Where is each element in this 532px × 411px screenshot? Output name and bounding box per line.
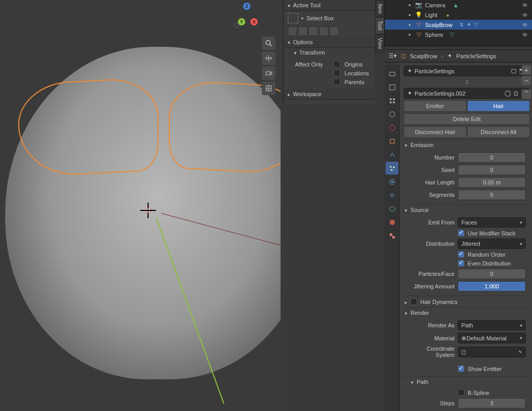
prop-tab-world[interactable] (385, 121, 398, 134)
hair-dynamics-checkbox[interactable] (410, 298, 417, 305)
prop-tab-render[interactable] (385, 67, 398, 80)
delete-edit-button[interactable]: Delete Edit (404, 113, 530, 125)
prop-tab-physics[interactable] (385, 175, 398, 188)
prop-tab-object[interactable] (385, 135, 398, 148)
particle-icon[interactable]: ✦ (467, 21, 471, 28)
side-tab-item[interactable]: Item (375, 0, 384, 17)
select-mode-icons[interactable] (284, 25, 374, 37)
random-order-label: Random Order (468, 251, 506, 258)
emitter-button[interactable]: Emitter (404, 100, 467, 112)
source-header[interactable]: Source (404, 204, 530, 215)
render-header[interactable]: Render (404, 307, 530, 318)
render-as-select[interactable]: Path▾ (458, 320, 526, 330)
coord-system-select[interactable]: ◻✎ (458, 347, 526, 357)
prop-tab-texture[interactable] (385, 229, 398, 242)
hair-dynamics-header[interactable]: Hair Dynamics (404, 296, 530, 307)
fake-user-icon[interactable]: ◯ (504, 90, 511, 97)
random-order-checkbox[interactable] (458, 251, 464, 258)
gizmo-y-axis[interactable]: Y (238, 18, 245, 25)
list-grip-icon[interactable]: ⠿ (404, 78, 530, 88)
expand-icon[interactable]: ▸ (407, 32, 413, 37)
side-tab-tool[interactable]: Tool (375, 17, 384, 34)
path-header[interactable]: Path (404, 376, 530, 387)
prop-tab-output[interactable] (385, 81, 398, 94)
coord-system-label: Coordinate System (408, 346, 455, 358)
camera-data-icon[interactable]: ▲ (452, 2, 459, 9)
emission-header[interactable]: Emission (404, 139, 530, 150)
mesh-data-icon[interactable]: ▽ (474, 21, 478, 28)
add-particle-system-button[interactable]: + (522, 65, 531, 75)
workspace-header[interactable]: Workspace (284, 89, 374, 100)
prop-tab-modifier[interactable] (385, 148, 398, 161)
bspline-checkbox[interactable] (458, 389, 464, 396)
camera-view-icon[interactable] (262, 67, 275, 80)
editor-type-icon[interactable]: ☰▾ (389, 52, 397, 59)
number-field[interactable]: 0 (458, 152, 526, 163)
gizmo-neg-axis[interactable] (234, 22, 239, 28)
perspective-toggle-icon[interactable] (262, 82, 275, 95)
modifier-icon[interactable]: ↯ (459, 21, 464, 28)
expand-icon[interactable]: ▸ (407, 3, 413, 7)
hair-length-field[interactable]: 0.05 m (458, 177, 526, 188)
expand-icon[interactable]: ▸ (407, 22, 413, 27)
prop-tab-particles[interactable] (385, 162, 398, 175)
options-header[interactable]: Options (284, 37, 374, 48)
segments-field[interactable]: 5 (458, 190, 526, 200)
prop-tab-constraints[interactable] (385, 189, 398, 202)
outliner-label: Sphere (425, 32, 443, 38)
active-tool-header[interactable]: Active Tool (284, 0, 374, 11)
visibility-icon[interactable]: 👁 (522, 22, 528, 28)
remove-particle-system-button[interactable]: − (522, 76, 531, 85)
particle-settings-datablock[interactable]: ✦ ParticleSettings.002 ◯ 🗋 ✕ (404, 88, 530, 99)
emit-from-select[interactable]: Faces▾ (458, 217, 526, 228)
outliner-row-camera[interactable]: ▸ 📷 Camera ▲ 👁 (385, 0, 532, 10)
disconnect-all-button[interactable]: Disconnect All (467, 126, 530, 138)
prop-tab-scene[interactable] (385, 108, 398, 121)
3d-viewport[interactable]: Z Y X (0, 0, 281, 411)
dropdown-caret-icon[interactable]: ▾ (301, 16, 303, 21)
visibility-icon[interactable]: 👁 (522, 2, 528, 8)
jittering-field[interactable]: 1.000 (458, 281, 526, 291)
gizmo-z-axis[interactable]: Z (243, 3, 250, 10)
hair-button[interactable]: Hair (467, 100, 530, 112)
specials-menu-button[interactable]: ˅ (522, 89, 531, 99)
datapath-object[interactable]: ScalpBrow (410, 53, 437, 59)
new-icon[interactable]: 🗋 (513, 90, 519, 97)
parents-checkbox[interactable] (334, 78, 340, 85)
visibility-icon[interactable]: 👁 (522, 12, 528, 18)
particle-system-slot[interactable]: ✦ ParticleSettings 🖵 📷 (404, 65, 530, 76)
steps-field[interactable]: 3 (458, 398, 526, 408)
display-icon[interactable]: 🖵 (511, 68, 516, 74)
show-emitter-checkbox[interactable] (458, 365, 464, 372)
datapath-particle[interactable]: ParticleSettings (456, 53, 496, 59)
prop-tab-viewlayer[interactable] (385, 94, 398, 107)
disconnect-hair-button[interactable]: Disconnect Hair (404, 126, 467, 138)
svg-line-1 (270, 44, 272, 46)
pan-icon[interactable] (262, 51, 275, 65)
origins-checkbox[interactable] (334, 61, 340, 68)
light-data-icon[interactable]: ● (444, 11, 451, 19)
gizmo-x-axis[interactable]: X (250, 18, 258, 25)
use-modifier-checkbox[interactable] (458, 230, 464, 236)
outliner-row-sphere[interactable]: ▸ ▽ Sphere ▽ 👁 (385, 30, 532, 39)
seed-field[interactable]: 0 (458, 165, 526, 175)
locations-checkbox[interactable] (334, 70, 340, 76)
even-distribution-checkbox[interactable] (458, 260, 464, 267)
side-tab-view[interactable]: View (375, 34, 384, 53)
expand-icon[interactable]: ▸ (407, 12, 413, 17)
tool-settings-panel: Active Tool ▾ Select Box Options Transfo… (283, 0, 374, 104)
select-box-icon[interactable] (288, 13, 298, 23)
visibility-icon[interactable]: 👁 (522, 32, 528, 38)
prop-tab-material[interactable] (385, 216, 398, 229)
navigation-gizmo[interactable]: Z Y X (234, 3, 260, 29)
prop-tab-mesh[interactable] (385, 202, 398, 215)
mesh-data-icon[interactable]: ▽ (450, 31, 454, 38)
material-select[interactable]: ◉ Default Material▾ (458, 333, 526, 343)
zoom-icon[interactable] (262, 36, 275, 50)
distribution-select[interactable]: Jittered▾ (458, 238, 526, 249)
outliner-label: ScalpBrow (425, 22, 453, 28)
transform-header[interactable]: Transform (284, 48, 374, 57)
particles-face-field[interactable]: 0 (458, 269, 526, 279)
outliner-row-scalpbrow[interactable]: ▸ ▽ ScalpBrow ↯ ✦ ▽ 👁 (385, 20, 532, 30)
outliner-row-light[interactable]: ▸ 💡 Light ● 👁 (385, 10, 532, 20)
